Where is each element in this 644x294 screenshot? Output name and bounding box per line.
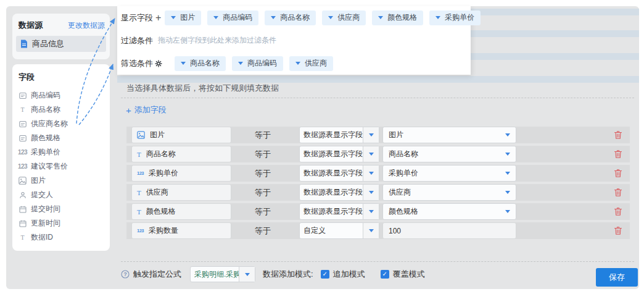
- select-filter-tag[interactable]: 供应商: [289, 56, 333, 71]
- image-icon: [137, 131, 145, 139]
- delete-row-icon[interactable]: [614, 149, 622, 159]
- plus-icon: +: [126, 105, 131, 116]
- text-icon: T: [137, 151, 141, 158]
- source-type-dropdown[interactable]: 数据源表显示字段值: [299, 146, 379, 162]
- field-item[interactable]: T 数据ID: [19, 230, 110, 245]
- highlight-band: [117, 76, 639, 83]
- field-item[interactable]: 提交人: [19, 188, 110, 202]
- select-filter-tag[interactable]: 商品编码: [232, 56, 283, 71]
- svg-text:?: ?: [123, 271, 126, 277]
- chevron-down-icon: [500, 185, 516, 200]
- help-icon[interactable]: ?: [121, 270, 130, 279]
- chevron-down-icon: [363, 166, 379, 181]
- rule-field-box[interactable]: 图片: [131, 127, 231, 143]
- value-dropdown[interactable]: 图片: [382, 127, 516, 143]
- rule-field-box[interactable]: T 颜色规格: [131, 203, 231, 220]
- filter-conditions-row: 过滤条件 拖动左侧字段到此处来添加过滤条件: [117, 29, 471, 52]
- divider: [121, 98, 634, 98]
- delete-row-icon[interactable]: [614, 226, 622, 235]
- chevron-down-icon: [363, 127, 379, 143]
- chevron-down-icon: [363, 223, 379, 238]
- display-field-tag[interactable]: 采购单价: [429, 10, 481, 25]
- delete-row-icon[interactable]: [614, 207, 622, 216]
- chevron-down-icon: [500, 166, 516, 181]
- select-filter-tag[interactable]: 商品名称: [175, 56, 226, 71]
- rule-field-box[interactable]: T 供应商: [131, 184, 231, 201]
- field-item[interactable]: 颜色规格: [19, 131, 110, 145]
- data-mode-label: 数据添加模式:: [263, 269, 313, 280]
- change-datasource-link[interactable]: 更改数据源: [68, 20, 105, 31]
- footer-bar: ? 触发指定公式 采购明细.采购... 数据添加模式: ✓ 追加模式 ✓ 覆盖模…: [121, 264, 425, 284]
- person-icon: [19, 191, 27, 199]
- rule-row: 123 采购数量 等于 自定义: [126, 222, 630, 239]
- chevron-down-icon: [363, 146, 379, 162]
- source-type-dropdown[interactable]: 数据源表显示字段值: [299, 184, 379, 201]
- field-item[interactable]: 图片: [19, 174, 110, 188]
- calendar-icon: [19, 220, 27, 227]
- display-field-tag[interactable]: 商品名称: [265, 10, 316, 25]
- rule-row: T 商品名称 等于 数据源表显示字段值 商品名称: [126, 146, 630, 162]
- value-dropdown[interactable]: 商品名称: [382, 146, 516, 162]
- rule-field-box[interactable]: 123 采购单价: [131, 165, 231, 182]
- chevron-down-icon: [378, 16, 383, 19]
- delete-row-icon[interactable]: [614, 169, 622, 178]
- number-icon: 123: [137, 228, 144, 233]
- source-type-dropdown[interactable]: 自定义: [299, 222, 379, 239]
- datasource-item-selected[interactable]: 商品信息: [16, 36, 106, 52]
- operator-label: 等于: [255, 206, 279, 217]
- append-mode-checkbox[interactable]: ✓ 追加模式: [321, 269, 365, 280]
- text-icon: T: [137, 189, 141, 196]
- chevron-down-icon: [363, 185, 379, 200]
- filter-conditions-label: 过滤条件: [121, 35, 155, 46]
- number-icon: 123: [137, 170, 144, 176]
- field-item[interactable]: T 商品名称: [19, 103, 110, 117]
- field-item[interactable]: 更新时间: [19, 216, 110, 230]
- select-conditions-label: 筛选条件: [121, 58, 153, 69]
- text-icon: T: [19, 234, 27, 241]
- custom-value-input[interactable]: [382, 222, 516, 239]
- field-box-icon: [19, 92, 27, 99]
- document-icon: [20, 40, 28, 48]
- field-item[interactable]: 供应商名称: [19, 117, 110, 131]
- save-button[interactable]: 保存: [596, 268, 638, 287]
- operator-label: 等于: [255, 187, 279, 198]
- rule-field-box[interactable]: 123 采购数量: [131, 222, 231, 239]
- source-type-dropdown[interactable]: 数据源表显示字段值: [299, 127, 379, 143]
- delete-row-icon[interactable]: [614, 188, 622, 197]
- rule-field-box[interactable]: T 商品名称: [131, 146, 231, 162]
- field-item[interactable]: 商品编码: [19, 88, 110, 103]
- display-field-tag[interactable]: 图片: [165, 10, 201, 25]
- datasource-title: 数据源: [19, 20, 43, 31]
- display-field-tag[interactable]: 颜色规格: [372, 10, 423, 25]
- field-item[interactable]: 123 建议零售价: [19, 159, 110, 174]
- field-config-panel: 显示字段 + 图片 商品编码 商品名称 供应商 颜色规格 采购单价 过滤条件 拖…: [117, 6, 471, 75]
- rules-hint-text: 当选择具体数据后，将按如下规则填充数据: [126, 83, 279, 94]
- value-dropdown[interactable]: 颜色规格: [382, 203, 516, 220]
- select-conditions-row: 筛选条件 商品名称 商品编码 供应商: [117, 52, 471, 75]
- chevron-down-icon: [500, 204, 516, 219]
- display-field-tag[interactable]: 商品编码: [207, 10, 258, 25]
- filter-drop-zone[interactable]: 拖动左侧字段到此处来添加过滤条件: [158, 35, 276, 46]
- field-item[interactable]: 123 采购单价: [19, 145, 110, 159]
- source-type-dropdown[interactable]: 数据源表显示字段值: [299, 203, 379, 220]
- chevron-down-icon: [213, 16, 218, 19]
- rule-row: 123 采购单价 等于 数据源表显示字段值 采购单价: [126, 165, 630, 182]
- formula-dropdown[interactable]: 采购明细.采购...: [190, 266, 255, 282]
- value-dropdown[interactable]: 供应商: [382, 184, 516, 201]
- source-type-dropdown[interactable]: 数据源表显示字段值: [299, 165, 379, 182]
- value-dropdown[interactable]: 采购单价: [382, 165, 516, 182]
- chevron-down-icon: [328, 16, 333, 19]
- checkbox-checked-icon: ✓: [381, 270, 389, 279]
- display-fields-label: 显示字段: [121, 12, 155, 23]
- add-display-field-button[interactable]: +: [155, 12, 161, 23]
- rule-row: T 颜色规格 等于 数据源表显示字段值 颜色规格: [126, 203, 630, 220]
- chevron-down-icon: [500, 146, 516, 162]
- datasource-card: 数据源 更改数据源 商品信息: [12, 14, 110, 59]
- chevron-down-icon: [239, 267, 255, 282]
- gear-icon[interactable]: [155, 60, 162, 67]
- delete-row-icon[interactable]: [614, 130, 622, 140]
- display-field-tag[interactable]: 供应商: [322, 10, 366, 25]
- overwrite-mode-checkbox[interactable]: ✓ 覆盖模式: [381, 269, 425, 280]
- add-field-button[interactable]: + 添加字段: [126, 104, 167, 116]
- field-item[interactable]: 提交时间: [19, 202, 110, 216]
